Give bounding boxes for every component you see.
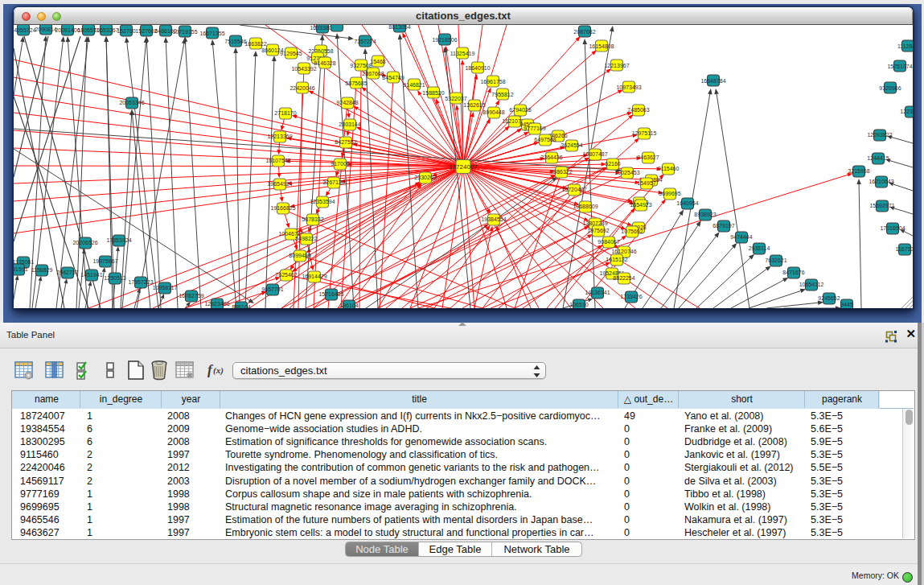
svg-text:9777169: 9777169 (524, 126, 545, 131)
svg-text:17353924: 17353924 (106, 237, 131, 243)
svg-text:14055724: 14055724 (14, 27, 36, 33)
svg-text:20206526: 20206526 (72, 240, 97, 245)
svg-text:16107548: 16107548 (265, 158, 290, 163)
svg-text:2090814: 2090814 (35, 27, 56, 32)
svg-text:1733426: 1733426 (620, 294, 642, 299)
svg-text:18724007: 18724007 (449, 163, 478, 171)
svg-text:9084067: 9084067 (598, 239, 619, 245)
svg-text:8522254: 8522254 (613, 275, 634, 281)
svg-text:8454749: 8454749 (382, 75, 404, 80)
svg-text:15751074: 15751074 (887, 64, 912, 69)
svg-text:20053346: 20053346 (119, 100, 144, 105)
svg-text:2718170: 2718170 (274, 110, 296, 116)
svg-text:7625402: 7625402 (275, 272, 297, 278)
svg-text:9463627: 9463627 (637, 154, 659, 160)
svg-text:196104: 196104 (339, 303, 358, 308)
svg-text:16648784: 16648784 (700, 78, 725, 84)
svg-text:19166825: 19166825 (270, 205, 295, 211)
svg-text:9242848: 9242848 (336, 100, 358, 105)
svg-text:2803144: 2803144 (339, 122, 360, 127)
svg-text:9146821: 9146821 (403, 82, 425, 88)
svg-text:8813054: 8813054 (388, 25, 410, 30)
svg-text:10973493: 10973493 (616, 84, 641, 90)
svg-text:12353594: 12353594 (310, 199, 335, 204)
svg-text:7986322: 7986322 (550, 169, 572, 175)
svg-text:16210643: 16210643 (869, 179, 893, 184)
svg-text:10025453: 10025453 (614, 170, 639, 175)
svg-text:9699695: 9699695 (659, 191, 680, 196)
svg-text:16782759: 16782759 (179, 293, 203, 299)
svg-text:15716485: 15716485 (318, 291, 343, 297)
svg-text:10719155: 10719155 (172, 29, 197, 35)
svg-text:1223258: 1223258 (900, 109, 913, 114)
svg-text:2367608: 2367608 (362, 71, 384, 76)
svg-text:9445: 9445 (840, 302, 853, 307)
svg-text:2935114: 2935114 (749, 245, 770, 251)
svg-text:6794028: 6794028 (509, 107, 531, 113)
svg-text:15720407: 15720407 (561, 187, 586, 192)
svg-text:8099489: 8099489 (289, 253, 310, 258)
svg-text:11325419: 11325419 (450, 51, 475, 56)
svg-text:17016504: 17016504 (880, 225, 905, 231)
svg-text:1451941: 1451941 (80, 272, 102, 278)
svg-text:154957: 154957 (637, 180, 655, 186)
svg-text:3215958: 3215958 (848, 168, 869, 174)
svg-text:3624554: 3624554 (561, 142, 582, 148)
svg-text:12923466: 12923466 (204, 301, 229, 307)
svg-text:19654924: 19654924 (267, 181, 292, 187)
svg-text:16120746: 16120746 (611, 249, 636, 254)
svg-text:1362615: 1362615 (463, 102, 485, 108)
svg-text:1588520: 1588520 (422, 90, 444, 96)
svg-text:10958117: 10958117 (153, 285, 178, 290)
svg-text:5498222: 5498222 (295, 236, 317, 241)
svg-text:12213967: 12213967 (604, 63, 629, 68)
svg-text:7357224: 7357224 (354, 39, 376, 44)
svg-text:16154808: 16154808 (589, 43, 614, 49)
svg-text:16671355: 16671355 (199, 31, 224, 36)
svg-text:12093822: 12093822 (867, 132, 892, 138)
svg-text:20091406: 20091406 (55, 27, 80, 33)
svg-text:10688609: 10688609 (573, 204, 598, 209)
svg-text:3267130: 3267130 (322, 179, 344, 185)
svg-text:9657791: 9657791 (261, 286, 283, 292)
svg-text:7955812: 7955812 (491, 92, 513, 97)
svg-text:8938923: 8938923 (694, 212, 716, 217)
svg-text:18640910: 18640910 (465, 65, 490, 71)
svg-text:152760: 152760 (117, 28, 135, 34)
svg-text:9129545: 9129545 (280, 51, 302, 56)
svg-text:7632621: 7632621 (765, 257, 786, 263)
svg-text:6879197: 6879197 (713, 223, 734, 229)
svg-text:1640954: 1640954 (676, 200, 698, 206)
svg-text:14136141: 14136141 (585, 290, 610, 295)
svg-text:391591: 391591 (14, 266, 28, 272)
svg-text:2087682: 2087682 (573, 29, 595, 35)
svg-text:5322037: 5322037 (445, 96, 466, 101)
svg-text:10807487: 10807487 (582, 151, 607, 157)
svg-text:1615132: 1615132 (606, 257, 627, 262)
svg-text:16961758: 16961758 (480, 79, 505, 84)
svg-text:22420046: 22420046 (290, 85, 314, 91)
svg-text:9474444: 9474444 (730, 234, 752, 240)
svg-text:1075692: 1075692 (621, 229, 643, 234)
svg-text:5878332: 5878332 (302, 216, 323, 222)
svg-text:2330203: 2330203 (414, 175, 436, 180)
svg-text:(x): (x) (213, 365, 224, 376)
svg-text:1863822: 1863822 (244, 41, 266, 47)
svg-text:6497568: 6497568 (534, 137, 556, 142)
svg-text:1112841: 1112841 (897, 43, 913, 49)
svg-text:15692971: 15692971 (869, 203, 894, 208)
svg-text:10654112: 10654112 (799, 282, 824, 287)
svg-text:8990448: 8990448 (483, 109, 504, 115)
svg-text:8471676: 8471676 (782, 270, 804, 275)
svg-text:1156829: 1156829 (31, 267, 53, 273)
svg-text:1654923: 1654923 (630, 202, 651, 208)
svg-text:7515546: 7515546 (224, 39, 246, 44)
svg-text:917006: 917006 (331, 161, 349, 167)
svg-text:2942737: 2942737 (56, 270, 78, 275)
svg-text:10653267: 10653267 (93, 27, 118, 33)
svg-text:9329966: 9329966 (879, 85, 901, 91)
svg-text:16914479: 16914479 (302, 274, 326, 279)
svg-text:1250513: 1250513 (104, 275, 125, 281)
svg-text:19384554: 19384554 (481, 216, 506, 222)
svg-text:15468: 15468 (370, 59, 386, 64)
